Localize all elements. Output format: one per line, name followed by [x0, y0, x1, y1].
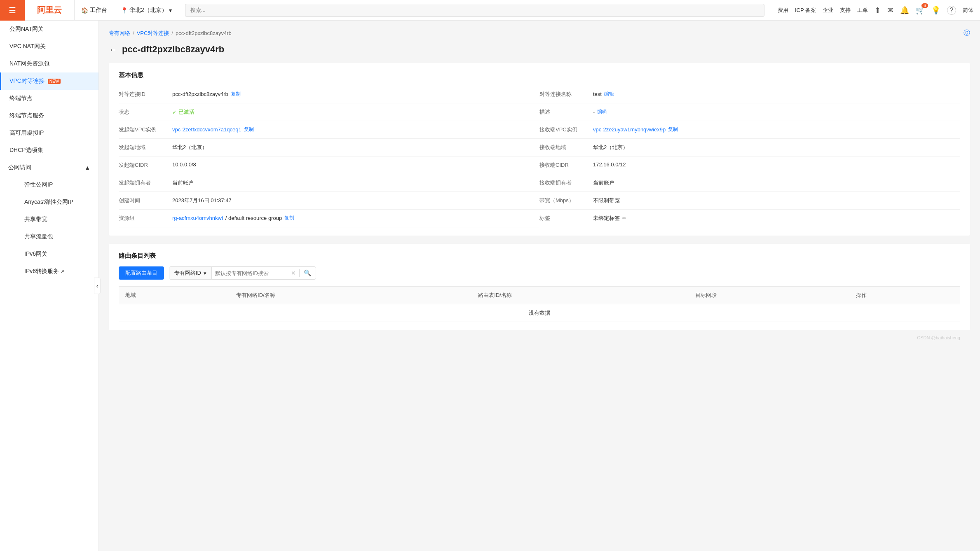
breadcrumb-vpc[interactable]: 专有网络	[109, 30, 130, 37]
sidebar-item-vpc-peering[interactable]: VPC对等连接 NEW	[0, 72, 98, 90]
chevron-up-icon: ▲	[84, 164, 90, 171]
resource-group-link[interactable]: rg-acfmxu4omvhnkwi	[172, 215, 223, 221]
sidebar-group-public-access[interactable]: 公网访问 ▲	[0, 159, 98, 176]
sidebar-item-ipv6-gateway[interactable]: IPv6网关	[15, 245, 98, 263]
sidebar-item-label: 高可用虚拟IP	[9, 129, 44, 137]
sidebar-item-anycast-eip[interactable]: Anycast弹性公网IP	[15, 194, 98, 211]
bulb-icon[interactable]: 💡	[931, 6, 940, 15]
logo[interactable]: 阿里云	[25, 0, 74, 21]
receiver-vpc-link[interactable]: vpc-2ze2uyaw1mybhqvwiex9p	[593, 126, 666, 133]
sidebar-item-eip[interactable]: 弹性公网IP	[15, 176, 98, 194]
vpc-id-filter-input[interactable]	[212, 268, 288, 279]
help-icon[interactable]: ?	[947, 6, 956, 15]
sidebar-wrapper: 公网NAT网关 VPC NAT网关 NAT网关资源包 VPC对等连接 NEW 终…	[0, 21, 99, 551]
copy-receiver-vpc[interactable]: 复制	[668, 126, 678, 133]
copy-peering-id[interactable]: 复制	[231, 91, 241, 98]
sidebar-item-endpoint-service[interactable]: 终端节点服务	[0, 107, 98, 124]
copy-resource-group[interactable]: 复制	[284, 215, 294, 222]
region-selector[interactable]: 📍 华北2（北京） ▾	[114, 0, 178, 21]
ticket-link[interactable]: 工单	[857, 7, 868, 14]
language-selector[interactable]: 简体	[963, 7, 973, 14]
cart-icon[interactable]: 🛒6	[916, 6, 925, 15]
filter-label: 专有网络ID	[174, 269, 201, 277]
sidebar-item-label: NAT网关资源包	[9, 60, 49, 68]
edit-peering-name[interactable]: 编辑	[604, 91, 614, 98]
sidebar-item-nat-resource[interactable]: NAT网关资源包	[0, 55, 98, 72]
sidebar-item-dhcp-options[interactable]: DHCP选项集	[0, 142, 98, 159]
copy-initiator-vpc[interactable]: 复制	[244, 126, 254, 133]
initiator-vpc-link[interactable]: vpc-2zetfxdccvxom7a1qceq1	[172, 126, 241, 133]
info-grid: 对等连接ID pcc-dft2pxzlbc8zayv4rb 复制 对等连接名称 …	[119, 86, 960, 227]
upload-icon[interactable]: ⬆	[874, 6, 881, 15]
sidebar-item-label: 共享流量包	[24, 233, 53, 240]
chevron-down-icon: ▾	[169, 7, 172, 14]
filter-clear-icon[interactable]: ✕	[288, 270, 299, 276]
sidebar-item-label: DHCP选项集	[9, 147, 43, 154]
info-row-initiator-owner: 发起端拥有者 当前账户	[119, 174, 539, 192]
table-body: 没有数据	[119, 304, 960, 322]
sidebar-item-ha-vip[interactable]: 高可用虚拟IP	[0, 124, 98, 142]
sidebar-sub-public-access: 弹性公网IP Anycast弹性公网IP 共享带宽 共享流量包 IPv6网关 I…	[0, 176, 98, 280]
value-resource-group: rg-acfmxu4omvhnkwi / default resource gr…	[172, 215, 294, 222]
filter-input-wrap: ✕	[212, 268, 299, 279]
top-navigation: ☰ 阿里云 🏠 工作台 📍 华北2（北京） ▾ 费用 ICP 备案 企业 支持 …	[0, 0, 980, 21]
back-button[interactable]: ←	[109, 45, 117, 54]
label-description: 描述	[539, 108, 593, 116]
sidebar-item-label: 共享带宽	[24, 216, 47, 223]
info-row-create-time: 创建时间 2023年7月16日 01:37:47	[119, 192, 539, 210]
sidebar-item-ipv6-translate[interactable]: IPv6转换服务 ↗	[15, 263, 98, 280]
external-link-icon: ↗	[61, 269, 64, 274]
edit-description[interactable]: 编辑	[597, 108, 607, 115]
sidebar-item-shared-bandwidth[interactable]: 共享带宽	[15, 211, 98, 228]
sidebar-collapse-button[interactable]: ‹	[94, 278, 101, 294]
sidebar-item-nat-gateway[interactable]: 公网NAT网关	[0, 21, 98, 38]
hamburger-menu[interactable]: ☰	[0, 0, 25, 21]
sidebar-item-label: 终端节点	[9, 95, 33, 102]
sidebar-item-endpoint[interactable]: 终端节点	[0, 90, 98, 107]
filter-search-icon[interactable]: 🔍	[299, 269, 316, 277]
watermark: CSDN @baihaisheng	[109, 330, 970, 345]
enterprise-link[interactable]: 企业	[823, 7, 833, 14]
vpc-id-filter-select[interactable]: 专有网络ID ▾	[169, 267, 212, 279]
workbench-label: 工作台	[90, 7, 107, 14]
chevron-left-icon: ‹	[96, 283, 98, 289]
sidebar-item-vpc-nat-gateway[interactable]: VPC NAT网关	[0, 38, 98, 55]
route-table-title: 路由条目列表	[119, 252, 960, 260]
table-no-data-row: 没有数据	[119, 304, 960, 322]
route-table: 地域 专有网络ID/名称 路由表ID/名称 目标网段 操作 没有数据	[119, 286, 960, 322]
value-receiver-region: 华北2（北京）	[593, 144, 628, 151]
breadcrumb-peering[interactable]: VPC对等连接	[137, 30, 169, 37]
sidebar-item-label: IPv6网关	[24, 250, 47, 258]
label-tags: 标签	[539, 215, 593, 222]
label-resource-group: 资源组	[119, 215, 172, 222]
basic-info-title: 基本信息	[119, 71, 960, 79]
icp-link[interactable]: ICP 备案	[795, 7, 816, 14]
value-tags: 未绑定标签 ✏	[593, 215, 626, 222]
label-initiator-owner: 发起端拥有者	[119, 179, 172, 187]
value-create-time: 2023年7月16日 01:37:47	[172, 197, 232, 204]
cost-link[interactable]: 费用	[778, 7, 788, 14]
sidebar-item-shared-traffic[interactable]: 共享流量包	[15, 228, 98, 245]
workbench-nav[interactable]: 🏠 工作台	[74, 0, 114, 21]
info-row-description: 描述 - 编辑	[539, 103, 960, 121]
help-circle-icon[interactable]: ⓪	[964, 29, 970, 37]
value-initiator-region: 华北2（北京）	[172, 144, 207, 151]
value-peering-name: test 编辑	[593, 91, 614, 98]
sidebar-item-label: 公网NAT网关	[9, 26, 44, 33]
route-table-card: 路由条目列表 配置路由条目 专有网络ID ▾ ✕ 🔍	[109, 244, 970, 330]
bell-icon[interactable]: 🔔	[900, 6, 909, 15]
label-initiator-vpc: 发起端VPC实例	[119, 126, 172, 133]
label-initiator-region: 发起端地域	[119, 144, 172, 151]
edit-tag-icon[interactable]: ✏	[622, 215, 626, 221]
search-input[interactable]	[185, 4, 764, 17]
label-status: 状态	[119, 108, 172, 116]
info-row-resource-group: 资源组 rg-acfmxu4omvhnkwi / default resourc…	[119, 210, 539, 227]
breadcrumb: 专有网络 / VPC对等连接 / pcc-dft2pxzlbc8zayv4rb …	[109, 29, 970, 37]
value-description: - 编辑	[593, 108, 607, 115]
filter-group: 专有网络ID ▾ ✕ 🔍	[169, 266, 316, 280]
configure-route-button[interactable]: 配置路由条目	[119, 266, 164, 280]
filter-dropdown-icon: ▾	[204, 270, 206, 276]
mail-icon[interactable]: ✉	[887, 6, 893, 15]
support-link[interactable]: 支持	[840, 7, 851, 14]
value-initiator-vpc: vpc-2zetfxdccvxom7a1qceq1 复制	[172, 126, 254, 133]
